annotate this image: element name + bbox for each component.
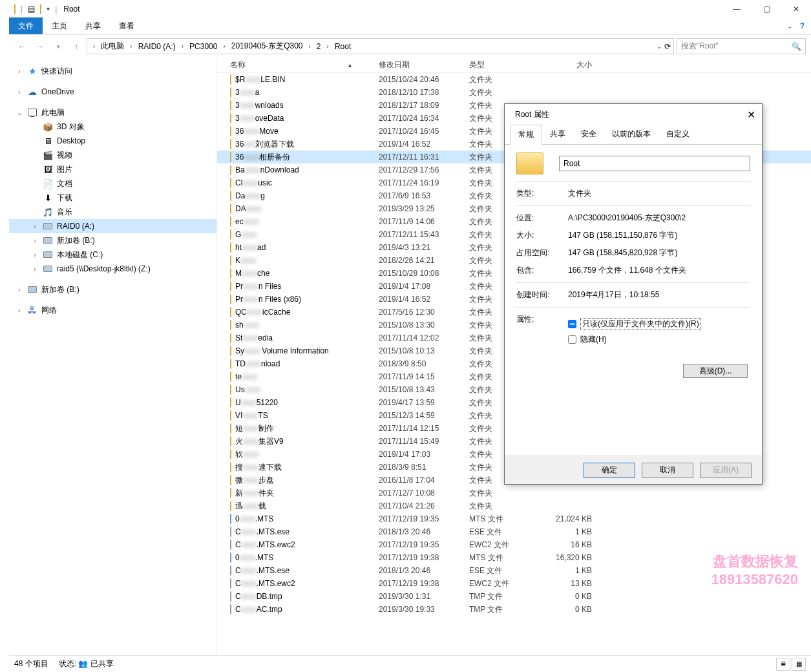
address-bar[interactable]: › 此电脑› RAID0 (A:)› PC3000› 20190405-东芝Q3… [87,38,674,54]
file-icon [230,579,231,588]
file-row[interactable]: CxxxxAC.tmp2019/3/30 19:33TMP 文件0 KB [217,603,811,616]
tree-newvol[interactable]: ›新加卷 (B:) [9,282,216,297]
view-icons-button[interactable]: ▦ [792,658,806,671]
file-row[interactable]: 新xxxx件夹2017/12/7 10:08文件夹 [217,487,811,499]
file-icon [230,540,231,549]
folder-icon [230,256,231,265]
folder-icon [230,372,231,381]
dialog-close-button[interactable]: ✕ [747,109,755,121]
crumb-root[interactable]: Root [332,42,353,51]
tree-item[interactable]: ⬇下载 [9,191,216,205]
addr-dropdown-icon[interactable]: ⌄ [657,43,662,50]
file-row[interactable]: CxxxxDB.tmp2019/3/30 1:31TMP 文件0 KB [217,590,811,603]
tree-item[interactable]: 🖥Desktop [9,134,216,148]
folder-icon [230,114,231,123]
tree-network[interactable]: ›🖧网络 [9,303,216,317]
folder-icon [230,282,231,291]
crumb-thispc[interactable]: 此电脑 [98,41,127,52]
tree-item[interactable]: 📦3D 对象 [9,120,216,134]
search-input[interactable]: 搜索"Root" 🔍 [677,38,806,54]
cancel-button[interactable]: 取消 [642,463,693,478]
file-icon [230,592,231,601]
readonly-checkbox[interactable] [568,320,576,328]
maximize-button[interactable]: ▢ [752,0,781,17]
tab-share[interactable]: 共享 [76,17,110,34]
view-details-button[interactable]: ≣ [776,658,790,671]
sort-asc-icon: ▲ [347,62,353,68]
qat-doc-icon[interactable]: ▤ [28,5,35,14]
tree-item[interactable]: 🎬视频 [9,148,216,162]
tree-item[interactable]: 🖼图片 [9,162,216,176]
folder-name-input[interactable] [559,156,750,171]
ribbon-expand-icon[interactable]: ⌄ [787,23,792,30]
minimize-button[interactable]: — [722,0,752,17]
folder-icon [230,88,231,97]
help-icon[interactable]: ? [800,21,805,30]
file-row[interactable]: 迅xxxx载2017/10/4 21:26文件夹 [217,499,811,512]
nav-forward-button[interactable]: → [32,39,48,54]
tree-item[interactable]: ›本地磁盘 (C:) [9,247,216,262]
contains-value: 166,759 个文件，11,648 个文件夹 [568,265,750,276]
file-icon [230,566,231,575]
advanced-button[interactable]: 高级(D)... [683,364,748,378]
nav-recent-button[interactable]: ▾ [50,39,66,54]
tree-onedrive[interactable]: ›☁OneDrive [9,85,216,99]
folder-icon [230,127,231,136]
tab-general[interactable]: 常规 [510,125,542,145]
column-headers[interactable]: 名称▲ 修改日期 类型 大小 [217,58,811,73]
search-icon: 🔍 [792,42,801,51]
folder-icon [230,463,231,472]
folder-icon [230,308,231,317]
folder-icon [230,230,231,239]
created-value: 2019年4月17日，10:18:55 [568,289,750,300]
tab-previous[interactable]: 以前的版本 [604,125,658,144]
crumb-raid0[interactable]: RAID0 (A:) [136,42,178,51]
tab-home[interactable]: 主页 [43,17,76,34]
tab-custom[interactable]: 自定义 [658,125,697,144]
folder-icon [230,501,231,510]
hidden-checkbox[interactable] [568,335,576,344]
file-row[interactable]: Cxxxx.MTS.ewc22017/12/19 19:35EWC2 文件16 … [217,538,811,551]
tree-item[interactable]: 🎵音乐 [9,205,216,219]
file-row[interactable]: $RxxxxLE.BIN2015/10/24 20:46文件夹 [217,73,811,86]
file-icon [230,527,231,536]
folder-icon [230,191,231,200]
crumb-folder[interactable]: 20190405-东芝Q300 [229,41,306,52]
crumb-2[interactable]: 2 [314,42,324,51]
ok-button[interactable]: 确定 [584,463,635,478]
folder-icon [230,101,231,110]
refresh-icon[interactable]: ⟳ [664,42,671,51]
folder-icon [230,488,231,498]
tree-item[interactable]: ›新加卷 (B:) [9,233,216,247]
mts-icon [230,514,231,523]
folder-icon [230,385,231,394]
tab-view[interactable]: 查看 [110,17,143,34]
mts-icon [230,553,231,562]
folder-large-icon [516,152,543,174]
apply-button[interactable]: 应用(A) [700,463,752,478]
nav-tree[interactable]: ›★快速访问 ›☁OneDrive ⌄此电脑 📦3D 对象🖥Desktop🎬视频… [9,58,217,655]
search-placeholder: 搜索"Root" [681,41,719,52]
folder-icon [230,476,231,485]
ribbon: 文件 主页 共享 查看 ⌄ ? [9,17,811,35]
tab-security[interactable]: 安全 [573,125,604,144]
file-row[interactable]: Cxxxx.MTS.ese2018/1/3 20:46ESE 文件1 KB [217,525,811,538]
tab-sharing[interactable]: 共享 [542,125,573,144]
folder-icon [230,178,231,187]
tree-item[interactable]: 📄文档 [9,176,216,191]
crumb-pc3000[interactable]: PC3000 [187,42,220,51]
folder-icon [230,450,231,459]
tree-quick-access[interactable]: ›★快速访问 [9,64,216,78]
folder-icon [230,217,231,226]
tab-file[interactable]: 文件 [9,17,43,34]
tree-item[interactable]: ›RAID0 (A:) [9,219,216,233]
tree-item[interactable]: ›raid5 (\\Desktop-jk8ltkl) (Z:) [9,262,216,276]
file-row[interactable]: 3xxxxa2018/12/10 17:38文件夹 [217,86,811,99]
nav-up-button[interactable]: ↑ [68,39,84,54]
tree-thispc[interactable]: ⌄此电脑 [9,105,216,120]
shared-icon: 👥 [78,659,88,668]
nav-back-button[interactable]: ← [14,39,30,54]
close-button[interactable]: ✕ [781,0,811,17]
file-row[interactable]: 0xxxx.MTS2017/12/19 19:35MTS 文件21,024 KB [217,512,811,525]
size-on-disk-value: 147 GB (158,845,820,928 字节) [568,247,750,258]
